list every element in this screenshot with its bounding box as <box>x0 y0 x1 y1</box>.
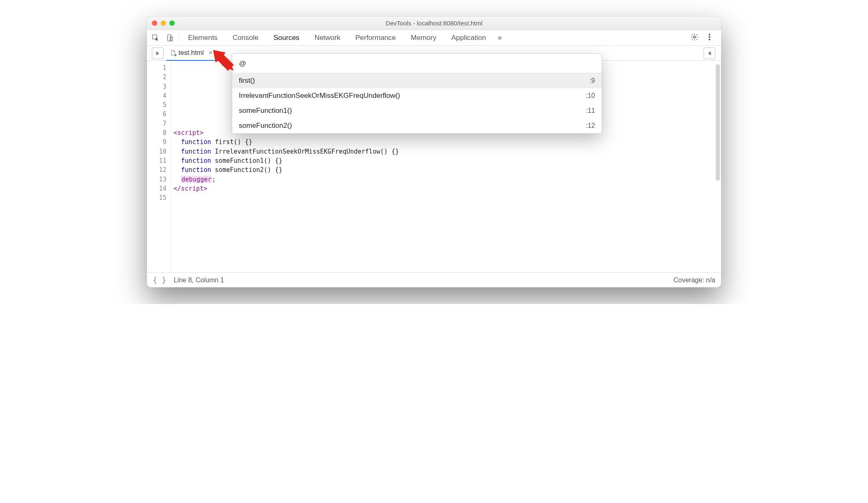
tab-network[interactable]: Network <box>307 30 348 46</box>
tab-application[interactable]: Application <box>444 30 494 46</box>
svg-rect-2 <box>170 37 173 41</box>
zoom-window-button[interactable] <box>169 20 175 26</box>
settings-icon[interactable] <box>690 33 699 42</box>
quick-open-input[interactable]: @ <box>232 54 602 73</box>
window-title: DevTools - localhost:8080/test.html <box>147 20 721 27</box>
debugger-pane-toggle-icon[interactable] <box>704 47 715 59</box>
file-tab-test-html[interactable]: test.html × <box>166 46 217 61</box>
quick-open-popover: @ first():9IrrelevantFunctionSeekOrMissE… <box>232 53 602 134</box>
svg-point-6 <box>709 39 710 40</box>
scrollbar-thumb[interactable] <box>716 64 720 181</box>
coverage-status: Coverage: n/a <box>673 276 715 284</box>
quick-open-item-label: someFunction2() <box>239 122 292 130</box>
kebab-menu-icon[interactable] <box>705 33 714 42</box>
tab-memory[interactable]: Memory <box>403 30 444 46</box>
svg-rect-1 <box>168 35 171 41</box>
cursor-position: Line 8, Column 1 <box>174 276 224 284</box>
quick-open-item-label: first() <box>239 77 255 85</box>
quick-open-item-location: :10 <box>586 92 595 100</box>
quick-open-results: first():9IrrelevantFunctionSeekOrMissEKG… <box>232 73 602 133</box>
status-bar: { } Line 8, Column 1 Coverage: n/a <box>147 272 721 287</box>
quick-open-item-location: :12 <box>586 122 595 129</box>
pretty-print-icon[interactable]: { } <box>153 276 166 284</box>
tab-performance[interactable]: Performance <box>348 30 403 46</box>
svg-point-3 <box>694 36 696 38</box>
svg-point-4 <box>709 34 710 35</box>
annotation-arrow-icon <box>211 48 236 75</box>
devtools-tabbar: ElementsConsoleSourcesNetworkPerformance… <box>147 30 721 46</box>
quick-open-item[interactable]: someFunction2():12 <box>232 118 602 133</box>
tab-console[interactable]: Console <box>225 30 266 46</box>
svg-marker-7 <box>156 51 159 55</box>
inspect-element-icon[interactable] <box>149 30 163 46</box>
quick-open-item-location: :9 <box>590 77 595 85</box>
separator <box>179 33 179 42</box>
line-gutter: 123456789101112131415 <box>147 61 171 272</box>
tab-sources[interactable]: Sources <box>266 30 307 46</box>
more-tabs-icon[interactable]: » <box>498 33 502 42</box>
quick-open-item[interactable]: first():9 <box>232 73 602 88</box>
file-tab-label: test.html <box>179 49 203 57</box>
quick-open-item-label: IrrelevantFunctionSeekOrMissEKGFreqUnder… <box>239 92 400 100</box>
device-toolbar-icon[interactable] <box>163 30 177 46</box>
navigator-toggle-icon[interactable] <box>152 47 164 59</box>
tab-elements[interactable]: Elements <box>181 30 225 46</box>
minimize-window-button[interactable] <box>161 20 166 26</box>
quick-open-item-location: :11 <box>586 107 595 115</box>
devtools-window: DevTools - localhost:8080/test.html Elem… <box>147 17 721 287</box>
titlebar: DevTools - localhost:8080/test.html <box>147 17 721 30</box>
svg-point-5 <box>709 36 710 37</box>
quick-open-item[interactable]: IrrelevantFunctionSeekOrMissEKGFreqUnder… <box>232 88 602 103</box>
traffic-lights <box>147 20 175 26</box>
quick-open-item[interactable]: someFunction1():11 <box>232 103 602 118</box>
close-window-button[interactable] <box>152 20 157 26</box>
file-icon <box>170 50 176 56</box>
svg-marker-8 <box>708 51 711 55</box>
quick-open-item-label: someFunction1() <box>239 107 292 115</box>
